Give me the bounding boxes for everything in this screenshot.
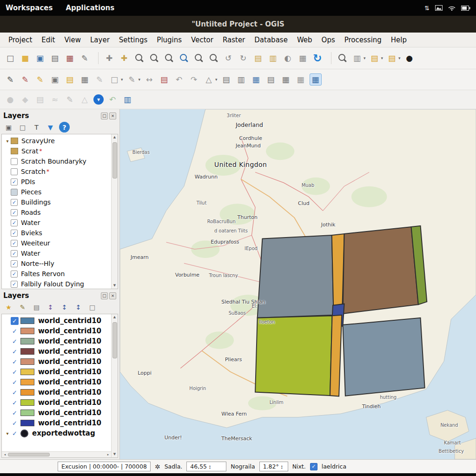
style-checkbox[interactable]: ✓ <box>11 337 19 345</box>
close-panel-button[interactable]: × <box>109 112 116 119</box>
style-item[interactable]: ✓world_centrid10 <box>3 346 110 357</box>
duplicate-layer-icon[interactable]: ▦ <box>250 73 262 86</box>
style-item[interactable]: ✓world_centrid10 <box>3 408 110 418</box>
move-up-down-icon[interactable]: ↕ <box>59 302 70 312</box>
sys-menu-workspaces[interactable]: Workspaces <box>6 4 53 12</box>
map-canvas[interactable]: 3rliterJoderlandCordhuleJeanMundBierdasU… <box>120 109 476 459</box>
open-layer-styling-icon[interactable]: ▣ <box>3 122 14 132</box>
help-icon[interactable]: ? <box>59 122 70 132</box>
style-item[interactable]: ✓world_centrid10 <box>3 316 110 326</box>
pan-map-icon[interactable]: ✚ <box>103 52 115 64</box>
layer-checkbox[interactable]: ✓ <box>11 260 18 267</box>
layer-item[interactable]: ✓PDIs <box>3 177 110 187</box>
menu-plugins[interactable]: Plugins <box>152 36 186 44</box>
style-checkbox[interactable]: ✓ <box>11 358 19 366</box>
zoom-out-icon[interactable] <box>148 52 160 64</box>
style-item[interactable]: ✓world_centrid10 <box>3 397 110 408</box>
style-checkbox[interactable]: ✓ <box>11 368 19 376</box>
menu-web[interactable]: Web <box>292 36 317 44</box>
scrollbar-thumb[interactable] <box>8 453 50 456</box>
scroll-right-icon[interactable]: ▸ <box>105 453 111 456</box>
filter-legend-text-icon[interactable]: T <box>31 122 42 132</box>
layer-item[interactable]: ✓Water <box>3 248 110 258</box>
menu-view[interactable]: View <box>60 36 86 44</box>
field-calculator-icon[interactable]: ▤ <box>369 52 381 64</box>
zoom-next-icon[interactable]: ↻ <box>237 52 249 64</box>
copy-style-icon[interactable]: ▤ <box>31 302 42 312</box>
data-source-manager-icon-dropdown[interactable]: ▾ <box>364 56 366 60</box>
layer-checkbox[interactable]: ✓ <box>11 230 18 237</box>
measure-icon[interactable]: △ <box>203 73 215 86</box>
layer-checkbox[interactable]: ✓ <box>11 281 18 288</box>
styles-list-hscrollbar[interactable]: ◂ ▸ <box>2 451 111 457</box>
zoom-native-icon[interactable] <box>163 52 175 64</box>
layer-item[interactable]: Pieces <box>3 187 110 197</box>
project-open-icon[interactable]: ■ <box>19 52 31 64</box>
layer-item[interactable]: ✓Faltes Rervon <box>3 269 110 279</box>
layer-checkbox[interactable] <box>11 189 18 196</box>
expander-icon[interactable]: ▾ <box>4 431 11 436</box>
style-item[interactable]: ✓world_centrid10 <box>3 387 110 397</box>
move-feature-icon[interactable]: ↔ <box>143 73 155 86</box>
field-calculator-icon-dropdown[interactable]: ▾ <box>381 56 383 60</box>
identify-features-icon[interactable]: ▦ <box>310 73 322 86</box>
new-bookmark-icon[interactable]: ▤ <box>252 52 264 64</box>
map-views-icon[interactable]: ▦ <box>297 52 309 64</box>
menu-vector[interactable]: Vector <box>186 36 218 44</box>
measure-icon-dropdown[interactable]: ▾ <box>215 77 218 82</box>
render-checkbox[interactable]: ✓ <box>310 463 317 470</box>
style-item[interactable]: ✓world_centrid10 <box>3 326 110 336</box>
layer-item[interactable]: ✓Water <box>3 218 110 228</box>
filter-legend-icon[interactable]: ▼ <box>45 122 56 132</box>
layer-checkbox[interactable] <box>11 158 18 165</box>
edit-symbol-icon[interactable]: ✎ <box>17 302 28 312</box>
title-bar[interactable]: "Untiited Project - OGIS <box>0 16 476 33</box>
layer-checkbox[interactable]: ✓ <box>11 209 18 216</box>
layer-item[interactable]: ✓Weeiteur <box>3 238 110 248</box>
layer-item[interactable]: ✓Norte--Hly <box>3 258 110 269</box>
vertex-tool-icon[interactable]: ✎ <box>126 73 138 86</box>
zoom-to-selection-icon[interactable] <box>192 52 205 64</box>
zoom-full-icon[interactable] <box>178 52 190 64</box>
menu-help[interactable]: Help <box>386 36 411 44</box>
layer-item[interactable]: ▾ScravyUre <box>3 136 110 146</box>
processing-dropdown-icon[interactable]: ▾ <box>93 94 104 105</box>
menu-edit[interactable]: Edit <box>37 36 60 44</box>
sys-menu-applications[interactable]: Applications <box>66 4 114 12</box>
style-checkbox[interactable]: ✓ <box>11 430 19 437</box>
digitize-options-icon[interactable]: ▤ <box>64 73 76 86</box>
open-attribute-table-icon[interactable]: ▦ <box>280 73 292 86</box>
toggle-editing-icon[interactable]: ✎ <box>34 73 46 86</box>
save-edits-icon[interactable]: ▣ <box>49 73 61 86</box>
wave-muted-icon[interactable]: ≈ <box>49 93 61 106</box>
copy-features-icon[interactable]: ▤ <box>220 73 232 86</box>
layer-item[interactable]: ✓Buildings <box>3 197 110 207</box>
layer-checkbox[interactable]: ✓ <box>11 219 18 226</box>
deselect-icon[interactable]: ✎ <box>19 73 31 86</box>
scrollbar-thumb[interactable] <box>112 322 117 358</box>
layer-item[interactable]: Scrat* <box>3 146 110 156</box>
data-source-manager-icon[interactable]: ▥ <box>351 52 363 64</box>
python-console-icon[interactable]: ▥ <box>121 93 133 106</box>
history-green-icon[interactable]: ↶ <box>106 93 119 106</box>
layer-checkbox[interactable]: ✓ <box>11 240 18 247</box>
zoom-last-icon[interactable]: ↺ <box>222 52 234 64</box>
expander-icon[interactable]: ▾ <box>4 139 11 144</box>
reorder-icon[interactable]: ↕ <box>73 302 84 312</box>
scroll-down-icon[interactable]: ▼ <box>113 451 116 457</box>
style-checkbox[interactable]: ✓ <box>11 317 19 325</box>
delete-selected-icon[interactable]: ▤ <box>158 73 170 86</box>
shape-muted-icon[interactable]: ◆ <box>19 93 31 106</box>
project-save-icon[interactable]: ▣ <box>34 52 46 64</box>
layer-labeling-icon-dropdown[interactable]: ▾ <box>398 56 401 60</box>
redo-icon[interactable]: ↷ <box>188 73 200 86</box>
delete-part-icon[interactable]: ▦ <box>79 73 91 86</box>
style-manager-icon[interactable]: ✎ <box>79 52 91 64</box>
menu-database[interactable]: Database <box>250 36 292 44</box>
layer-checkbox[interactable] <box>11 168 18 175</box>
grid-icon[interactable]: □ <box>87 302 98 312</box>
style-checkbox[interactable]: ✓ <box>11 378 19 386</box>
add-symbol-icon[interactable]: ★ <box>3 302 14 312</box>
pan-to-selection-icon[interactable]: ✚ <box>118 52 130 64</box>
layers-tree-scrollbar[interactable]: ▲ ▼ <box>111 134 118 289</box>
